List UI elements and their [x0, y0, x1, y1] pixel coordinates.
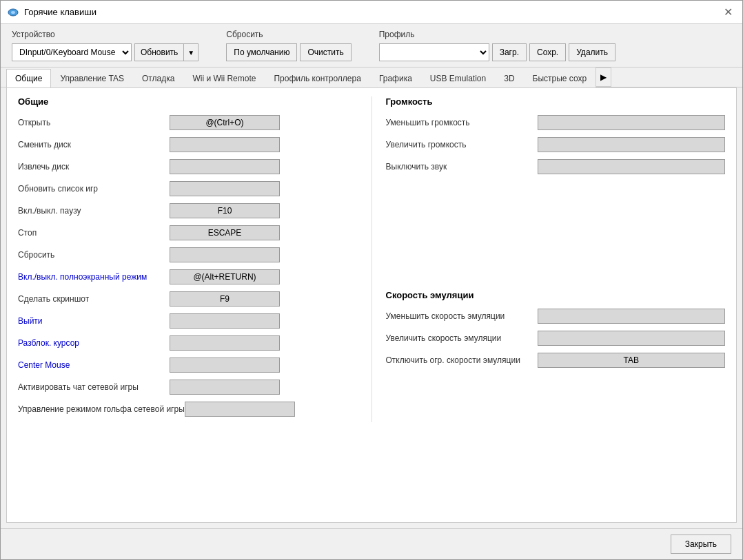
content-area: Общие Открыть Сменить диск Извлечь диск: [1, 87, 742, 528]
device-select[interactable]: DInput/0/Keyboard Mouse: [12, 43, 132, 61]
input-exit[interactable]: [170, 313, 280, 329]
refresh-split-button: Обновить ▼: [134, 43, 199, 61]
left-section-title: Общие: [18, 96, 358, 107]
label-screenshot: Сделать скриншот: [18, 294, 170, 304]
input-volume-down[interactable]: [538, 115, 726, 130]
row-unlock-cursor: Разблок. курсор: [18, 334, 358, 352]
row-refresh-list: Обновить список игр: [18, 180, 358, 198]
profile-delete-button[interactable]: Удалить: [569, 43, 615, 61]
row-volume-down: Уменьшить громкость: [386, 114, 726, 132]
window-title: Горячие клавиши: [24, 7, 96, 17]
input-fullscreen[interactable]: [170, 269, 280, 284]
row-change-disk: Сменить диск: [18, 136, 358, 154]
reset-row: По умолчанию Очистить: [226, 43, 351, 61]
tab-debug[interactable]: Отладка: [133, 69, 183, 87]
tab-usb[interactable]: USB Emulation: [421, 69, 495, 87]
input-toggle-pause[interactable]: [170, 203, 280, 218]
speed-section-title: Скорость эмуляции: [386, 290, 726, 300]
row-unlimited-speed: Отключить огр. скорости эмуляции: [386, 351, 726, 369]
row-stop: Стоп: [18, 224, 358, 242]
refresh-arrow-button[interactable]: ▼: [183, 43, 199, 61]
label-unlimited-speed: Отключить огр. скорости эмуляции: [386, 355, 538, 365]
device-row: DInput/0/Keyboard Mouse Обновить ▼: [12, 43, 199, 61]
tab-scroll-right-button[interactable]: ▶: [596, 68, 611, 87]
footer: Закрыть: [1, 528, 742, 559]
close-dialog-button[interactable]: Закрыть: [671, 535, 731, 554]
input-change-disk[interactable]: [170, 137, 280, 152]
input-reset[interactable]: [170, 247, 280, 262]
tab-controller[interactable]: Профиль контроллера: [265, 69, 369, 87]
profile-select[interactable]: [379, 43, 489, 61]
label-open: Открыть: [18, 118, 170, 127]
main-window: Горячие клавиши ✕ Устройство DInput/0/Ke…: [0, 0, 743, 560]
left-column: Общие Открыть Сменить диск Извлечь диск: [18, 96, 372, 422]
row-screenshot: Сделать скриншот: [18, 290, 358, 308]
input-speed-down[interactable]: [538, 309, 726, 324]
label-refresh-list: Обновить список игр: [18, 184, 170, 194]
label-fullscreen: Вкл./выкл. полноэкранный режим: [18, 272, 170, 282]
row-speed-up: Увеличить скорость эмуляции: [386, 329, 726, 347]
label-stop: Стоп: [18, 228, 170, 238]
tab-general[interactable]: Общие: [6, 69, 51, 87]
label-reset: Сбросить: [18, 250, 170, 260]
label-mute: Выключить звук: [386, 162, 538, 172]
input-unlimited-speed[interactable]: [538, 353, 726, 368]
profile-row: Загр. Сохр. Удалить: [379, 43, 615, 61]
input-netplay-chat[interactable]: [170, 380, 280, 395]
input-open[interactable]: [170, 115, 280, 130]
tab-quick[interactable]: Быстрые сохр: [524, 69, 596, 87]
reset-label: Сбросить: [226, 30, 351, 39]
label-speed-up: Увеличить скорость эмуляции: [386, 333, 538, 343]
tab-3d[interactable]: 3D: [495, 69, 523, 87]
input-refresh-list[interactable]: [170, 181, 280, 196]
label-volume-up: Увеличить громкость: [386, 140, 538, 149]
reset-clear-button[interactable]: Очистить: [300, 43, 351, 61]
label-netplay-chat: Активировать чат сетевой игры: [18, 382, 170, 392]
input-eject-disk[interactable]: [170, 159, 280, 174]
app-icon: [8, 7, 19, 18]
profile-save-button[interactable]: Сохр.: [529, 43, 566, 61]
label-speed-down: Уменьшить скорость эмуляции: [386, 311, 538, 321]
row-speed-down: Уменьшить скорость эмуляции: [386, 307, 726, 325]
row-exit: Выйти: [18, 312, 358, 330]
row-netplay-chat: Активировать чат сетевой игры: [18, 378, 358, 396]
refresh-button[interactable]: Обновить: [134, 43, 183, 61]
reset-default-button[interactable]: По умолчанию: [226, 43, 297, 61]
label-volume-down: Уменьшить громкость: [386, 118, 538, 127]
right-column: Громкость Уменьшить громкость Увеличить …: [372, 96, 726, 422]
input-volume-up[interactable]: [538, 137, 726, 152]
profile-load-button[interactable]: Загр.: [492, 43, 527, 61]
row-center-mouse: Center Mouse: [18, 356, 358, 374]
profile-group: Профиль Загр. Сохр. Удалить: [379, 30, 615, 61]
tab-wii[interactable]: Wii и Wii Remote: [183, 69, 265, 87]
input-unlock-cursor[interactable]: [170, 335, 280, 351]
profile-label: Профиль: [379, 30, 615, 39]
label-eject-disk: Извлечь диск: [18, 162, 170, 172]
device-label: Устройство: [12, 30, 199, 39]
input-mute[interactable]: [538, 159, 726, 174]
row-volume-up: Увеличить громкость: [386, 136, 726, 154]
row-toggle-pause: Вкл./выкл. паузу: [18, 202, 358, 220]
input-speed-up[interactable]: [538, 331, 726, 346]
window-close-button[interactable]: ✕: [720, 5, 735, 20]
tab-tas[interactable]: Управление TAS: [51, 69, 133, 87]
row-reset: Сбросить: [18, 246, 358, 264]
device-group: Устройство DInput/0/Keyboard Mouse Обнов…: [12, 30, 199, 61]
title-bar: Горячие клавиши ✕: [1, 1, 742, 24]
label-change-disk: Сменить диск: [18, 140, 170, 149]
label-exit: Выйти: [18, 316, 170, 326]
label-toggle-pause: Вкл./выкл. паузу: [18, 206, 170, 216]
svg-point-1: [11, 11, 15, 14]
label-unlock-cursor: Разблок. курсор: [18, 338, 170, 348]
tab-graphics[interactable]: Графика: [370, 69, 421, 87]
row-open: Открыть: [18, 114, 358, 132]
input-center-mouse[interactable]: [170, 357, 280, 373]
input-stop[interactable]: [170, 225, 280, 240]
toolbar: Устройство DInput/0/Keyboard Mouse Обнов…: [1, 24, 742, 68]
row-eject-disk: Извлечь диск: [18, 158, 358, 176]
label-netplay-golf: Управление режимом гольфа сетевой игры: [18, 404, 185, 414]
tabs-bar: Общие Управление TAS Отладка Wii и Wii R…: [1, 68, 742, 87]
input-screenshot[interactable]: [170, 291, 280, 307]
volume-section-title: Громкость: [386, 96, 726, 107]
input-netplay-golf[interactable]: [185, 402, 295, 417]
